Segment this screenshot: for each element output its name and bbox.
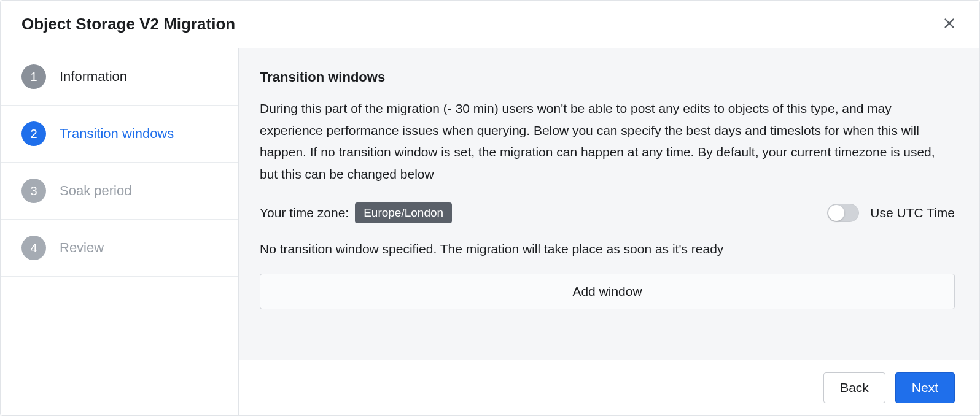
timezone-badge: Europe/London — [355, 202, 452, 223]
timezone-row: Your time zone: Europe/London Use UTC Ti… — [260, 202, 955, 223]
step-transition-windows[interactable]: 2 Transition windows — [1, 106, 238, 163]
step-label: Review — [60, 240, 104, 256]
timezone-label: Your time zone: — [260, 206, 349, 220]
timezone-display: Your time zone: Europe/London — [260, 202, 452, 223]
utc-toggle-group: Use UTC Time — [827, 204, 955, 222]
dialog-body: 1 Information 2 Transition windows 3 Soa… — [1, 48, 979, 415]
close-icon — [943, 17, 956, 32]
step-label: Transition windows — [60, 126, 174, 142]
toggle-knob — [828, 205, 844, 221]
utc-toggle-label: Use UTC Time — [870, 206, 955, 220]
step-number: 1 — [21, 64, 46, 89]
section-description: During this part of the migration (- 30 … — [260, 98, 955, 185]
dialog-title: Object Storage V2 Migration — [21, 15, 235, 34]
add-window-button[interactable]: Add window — [260, 274, 955, 309]
step-information[interactable]: 1 Information — [1, 48, 238, 106]
step-label: Soak period — [60, 183, 131, 199]
close-button[interactable] — [940, 14, 959, 34]
migration-dialog: Object Storage V2 Migration 1 Informatio… — [0, 0, 980, 416]
step-soak-period[interactable]: 3 Soak period — [1, 163, 238, 220]
dialog-footer: Back Next — [239, 360, 979, 415]
step-content: Transition windows During this part of t… — [239, 48, 979, 360]
step-label: Information — [60, 69, 127, 85]
step-number: 4 — [21, 236, 46, 260]
step-review[interactable]: 4 Review — [1, 220, 238, 277]
step-number: 2 — [21, 121, 46, 146]
section-title: Transition windows — [260, 69, 955, 85]
step-number: 3 — [21, 179, 46, 203]
utc-toggle[interactable] — [827, 204, 859, 222]
wizard-sidebar: 1 Information 2 Transition windows 3 Soa… — [1, 48, 239, 415]
no-window-message: No transition window specified. The migr… — [260, 242, 955, 256]
back-button[interactable]: Back — [823, 372, 885, 403]
next-button[interactable]: Next — [895, 372, 955, 403]
dialog-header: Object Storage V2 Migration — [1, 1, 979, 48]
